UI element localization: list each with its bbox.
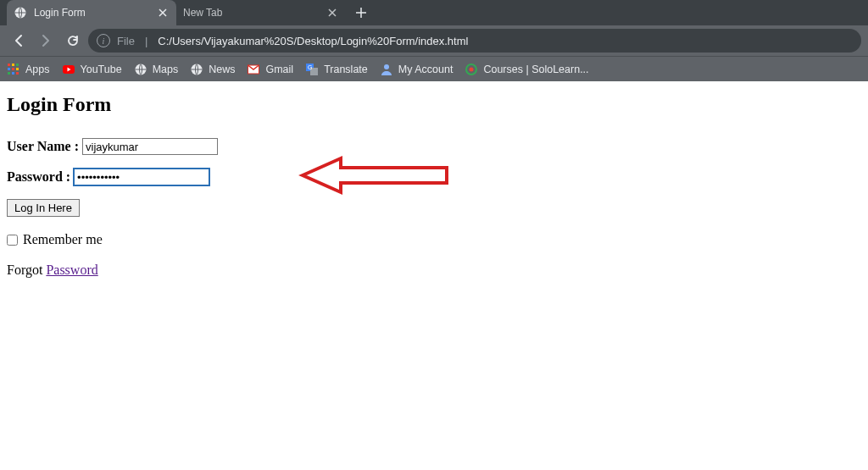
tab-login-form[interactable]: Login Form bbox=[7, 0, 176, 25]
address-separator: | bbox=[145, 35, 147, 47]
close-icon[interactable] bbox=[326, 6, 339, 19]
bookmark-label: My Account bbox=[398, 64, 453, 75]
svg-rect-3 bbox=[16, 64, 19, 66]
remember-label: Remember me bbox=[23, 232, 103, 247]
login-button[interactable]: Log In Here bbox=[7, 199, 80, 217]
youtube-icon bbox=[62, 63, 75, 76]
password-row: Password : bbox=[7, 169, 861, 185]
bookmark-label: Apps bbox=[25, 64, 50, 75]
svg-rect-1 bbox=[8, 64, 10, 66]
sololearn-icon bbox=[465, 63, 478, 76]
bookmark-translate[interactable]: G Translate bbox=[305, 63, 368, 76]
svg-rect-9 bbox=[16, 72, 19, 75]
address-path: C:/Users/Vijayakumar%20S/Desktop/Login%2… bbox=[158, 35, 468, 47]
svg-rect-7 bbox=[8, 72, 10, 75]
password-label: Password : bbox=[7, 169, 70, 185]
remember-checkbox[interactable] bbox=[7, 235, 18, 246]
svg-rect-4 bbox=[8, 68, 10, 70]
toolbar: i File | C:/Users/Vijayakumar%20S/Deskto… bbox=[0, 25, 868, 56]
bookmark-maps[interactable]: Maps bbox=[134, 63, 179, 76]
new-tab-button[interactable] bbox=[349, 1, 373, 25]
apps-icon bbox=[7, 63, 20, 76]
account-icon bbox=[380, 63, 393, 76]
browser-chrome: Login Form New Tab i bbox=[0, 0, 868, 81]
svg-rect-2 bbox=[12, 64, 14, 66]
globe-icon bbox=[134, 63, 147, 76]
bookmark-label: News bbox=[209, 64, 235, 75]
bookmark-courses[interactable]: Courses | SoloLearn... bbox=[465, 63, 588, 76]
translate-icon: G bbox=[305, 63, 319, 76]
globe-icon bbox=[14, 6, 27, 19]
svg-point-19 bbox=[470, 67, 474, 71]
gmail-icon bbox=[247, 63, 260, 76]
bookmark-label: Translate bbox=[324, 64, 368, 75]
bookmark-myaccount[interactable]: My Account bbox=[380, 63, 453, 76]
back-button[interactable] bbox=[7, 29, 31, 53]
bookmark-apps[interactable]: Apps bbox=[7, 63, 50, 76]
bookmark-youtube[interactable]: YouTube bbox=[62, 63, 122, 76]
bookmark-news[interactable]: News bbox=[190, 63, 235, 76]
reload-button[interactable] bbox=[61, 29, 85, 53]
remember-row: Remember me bbox=[7, 232, 861, 247]
page-body: Login Form User Name : Password : Log In… bbox=[0, 81, 868, 290]
bookmark-gmail[interactable]: Gmail bbox=[247, 63, 293, 76]
username-row: User Name : bbox=[7, 138, 861, 155]
close-icon[interactable] bbox=[156, 6, 170, 19]
username-input[interactable] bbox=[82, 138, 218, 155]
svg-rect-5 bbox=[12, 68, 14, 70]
bookmark-label: YouTube bbox=[81, 64, 122, 75]
forgot-password-link[interactable]: Password bbox=[46, 263, 97, 277]
globe-icon bbox=[190, 63, 203, 76]
svg-rect-6 bbox=[16, 68, 19, 70]
bookmarks-bar: Apps YouTube Maps News Gmail bbox=[0, 56, 868, 81]
password-input[interactable] bbox=[74, 169, 209, 185]
username-label: User Name : bbox=[7, 139, 79, 154]
forgot-row: Forgot Password bbox=[7, 263, 861, 278]
svg-rect-8 bbox=[12, 72, 14, 75]
forward-button[interactable] bbox=[34, 29, 58, 53]
svg-text:G: G bbox=[308, 64, 312, 70]
bookmark-label: Gmail bbox=[265, 64, 293, 75]
forgot-prefix: Forgot bbox=[7, 263, 46, 277]
bookmark-label: Courses | SoloLearn... bbox=[483, 64, 588, 75]
svg-point-17 bbox=[384, 64, 389, 69]
page-title: Login Form bbox=[7, 93, 861, 116]
tab-title: Login Form bbox=[34, 7, 86, 19]
tab-title: New Tab bbox=[183, 7, 222, 19]
address-scheme: File bbox=[117, 35, 135, 47]
tab-bar: Login Form New Tab bbox=[0, 0, 868, 25]
bookmark-label: Maps bbox=[153, 64, 179, 75]
address-bar[interactable]: i File | C:/Users/Vijayakumar%20S/Deskto… bbox=[88, 29, 861, 53]
info-icon[interactable]: i bbox=[97, 34, 110, 47]
tab-new-tab[interactable]: New Tab bbox=[176, 0, 346, 25]
